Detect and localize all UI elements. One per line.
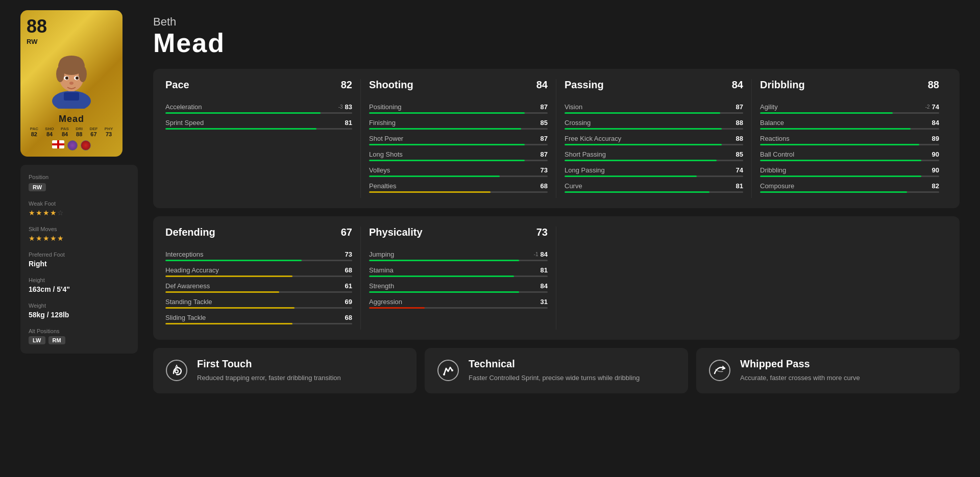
stat-bar-fill (165, 128, 316, 130)
stat-bar-fill (369, 160, 525, 161)
stat-value: 69 (345, 298, 352, 306)
stat-value: 87 (541, 103, 548, 111)
stat-row: Sprint Speed 81 (165, 119, 352, 130)
stat-value: 81 (345, 119, 352, 127)
first-touch-desc: Reduced trapping error, faster dribbling… (197, 373, 405, 383)
stat-name: Strength (369, 282, 394, 290)
stat-bar (369, 260, 548, 261)
shooting-name: Shooting (369, 79, 413, 91)
weak-foot-stars: ★★★★☆ (29, 209, 130, 217)
stat-value: 84 (541, 282, 548, 290)
alt-positions-label: Alt Positions (29, 328, 130, 334)
whipped-pass-name: Whipped Pass (740, 358, 948, 370)
stat-value: 88 (736, 135, 743, 142)
alt-positions-row: Alt Positions LW RM (29, 328, 130, 344)
stat-change: -2 (925, 104, 930, 110)
stat-row: Jumping -1 84 (369, 250, 548, 261)
svg-point-18 (709, 360, 730, 381)
stat-name: Heading Accuracy (165, 266, 219, 274)
defending-name: Defending (165, 227, 215, 238)
stats-grid: Pace 82 Acceleration -3 83 Sprint Speed (153, 69, 960, 208)
stat-name: Short Passing (565, 150, 606, 158)
whipped-pass-desc: Accurate, faster crosses with more curve (740, 373, 948, 383)
stat-row: Sliding Tackle 68 (165, 314, 352, 324)
stat-value: 73 (541, 166, 548, 174)
preferred-foot-label: Preferred Foot (29, 252, 130, 258)
card-dri: 88 (76, 131, 83, 137)
stat-name: Finishing (369, 119, 396, 127)
stat-bar (565, 160, 743, 161)
stat-bar-fill (760, 191, 907, 193)
stat-bar-fill (760, 112, 893, 114)
stat-bar-fill (565, 160, 717, 161)
stat-value: 68 (541, 182, 548, 190)
stat-name: Agility (760, 103, 778, 111)
playstyles-section: First Touch Reduced trapping error, fast… (153, 348, 960, 393)
stat-row: Long Shots 87 (369, 150, 548, 161)
stat-name: Crossing (565, 119, 591, 127)
stat-name: Reactions (760, 135, 790, 142)
stat-bar-fill (369, 128, 521, 130)
stat-name: Balance (760, 119, 784, 127)
stat-value: 73 (345, 250, 352, 258)
stat-row: Penalties 68 (369, 182, 548, 193)
position-badge: RW (29, 183, 46, 191)
stat-bar (165, 112, 352, 114)
left-panel: 88 RW (20, 10, 138, 393)
stat-name: Free Kick Accuracy (565, 135, 621, 142)
svg-point-5 (56, 66, 64, 82)
stat-row: Def Awareness 61 (165, 282, 352, 293)
player-first-name: Beth (153, 15, 960, 29)
stat-name: Stamina (369, 266, 394, 274)
stat-value: 85 (541, 119, 548, 127)
stat-bar-fill (565, 191, 709, 193)
stat-bar-fill (565, 112, 720, 114)
stat-row: Free Kick Accuracy 88 (565, 135, 743, 145)
weight-row: Weight 58kg / 128lb (29, 303, 130, 319)
stat-bar (369, 175, 548, 177)
stat-bar-fill (369, 144, 525, 145)
stat-bar (760, 144, 939, 145)
stat-value: 74 (736, 166, 743, 174)
stat-bar (565, 175, 743, 177)
stat-row: Standing Tackle 69 (165, 298, 352, 309)
stat-bar-fill (760, 175, 921, 177)
stat-name: Long Shots (369, 150, 403, 158)
right-panel: Beth Mead Pace 82 Acceleration -3 83 (153, 10, 960, 393)
stat-name: Volleys (369, 166, 390, 174)
stat-bar (565, 128, 743, 130)
card-player-name: Mead (27, 114, 116, 124)
card-position: RW (27, 38, 47, 45)
stat-bar (165, 323, 352, 324)
svg-point-4 (59, 56, 84, 70)
svg-point-6 (79, 66, 87, 82)
stat-value: 74 (932, 103, 939, 111)
stat-name: Shot Power (369, 135, 403, 142)
stat-bar-fill (760, 128, 911, 130)
stat-bar-fill (565, 144, 722, 145)
stat-bar (369, 112, 548, 114)
category-pace: Pace 82 Acceleration -3 83 Sprint Speed (165, 79, 361, 198)
card-rating: 88 (27, 17, 47, 36)
card-pas: 84 (61, 131, 69, 137)
skill-moves-label: Skill Moves (29, 226, 130, 232)
info-panel: Position RW Weak Foot ★★★★☆ Skill Moves … (20, 165, 138, 354)
category-passing: Passing 84 Vision 87 Crossing (556, 79, 752, 198)
stat-row: Interceptions 73 (165, 250, 352, 261)
stat-bar (369, 160, 548, 161)
stat-row: Aggression 31 (369, 298, 548, 309)
whipped-pass-icon (707, 358, 732, 383)
stat-name: Standing Tackle (165, 298, 212, 306)
pace-value: 82 (341, 79, 352, 91)
empty-bottom-right (556, 227, 947, 330)
stat-value: 88 (736, 119, 743, 127)
stat-bar (760, 112, 939, 114)
stat-bar-fill (165, 291, 279, 293)
weak-foot-row: Weak Foot ★★★★☆ (29, 200, 130, 217)
playstyle-technical: Technical Faster Controlled Sprint, prec… (425, 348, 688, 393)
stat-name: Interceptions (165, 250, 203, 258)
dribbling-name: Dribbling (760, 79, 805, 91)
stat-row: Strength 84 (369, 282, 548, 293)
stat-row: Short Passing 85 (565, 150, 743, 161)
card-phy: 73 (105, 131, 113, 137)
